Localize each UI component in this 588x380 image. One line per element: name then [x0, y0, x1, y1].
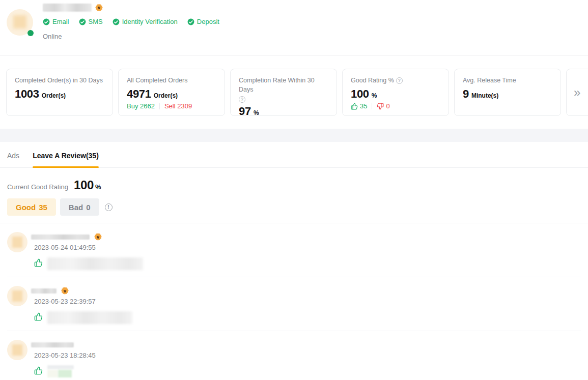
- badge-deposit: Deposit: [187, 18, 219, 25]
- bad-filter-count: 0: [86, 203, 90, 212]
- badge-label: Identity Verification: [122, 18, 178, 25]
- stat-value: 4971: [127, 87, 151, 101]
- review-item: v 2023-05-23 22:39:57: [7, 277, 581, 331]
- tab-leave-a-review[interactable]: Leave A Review(35): [33, 142, 99, 167]
- review-timestamp: 2023-05-24 01:49:55: [34, 244, 143, 251]
- badge-sms: SMS: [79, 18, 103, 25]
- stat-card-good-rating: Good Rating % ? 100 % 35 0: [342, 69, 449, 116]
- thumbs-up-icon: [34, 258, 43, 267]
- badge-identity-verification: Identity Verification: [113, 18, 178, 25]
- stat-label: Good Rating %: [351, 76, 394, 85]
- badge-label: Deposit: [197, 18, 219, 25]
- current-rating-value: 100: [74, 178, 94, 192]
- username-redacted: [43, 4, 92, 12]
- check-circle-icon: [43, 18, 50, 25]
- profile-header: v Email SMS Identity Verification Depos: [0, 0, 588, 56]
- review-item: 2023-05-23 18:28:45: [7, 331, 581, 380]
- stat-card-completion-rate: Completion Rate Within 30 Days ? 97 %: [230, 69, 337, 116]
- stat-card-completed-30d: Completed Order(s) in 30 Days 1003 Order…: [6, 69, 113, 116]
- stat-value: 100: [351, 87, 369, 101]
- verified-badge-icon: v: [61, 287, 69, 295]
- good-filter-count: 35: [39, 203, 47, 212]
- badge-label: SMS: [89, 18, 103, 25]
- stat-card-avg-release-time: Avg. Release Time 9 Minute(s): [454, 69, 561, 116]
- current-rating-line: Current Good Rating 100 %: [0, 168, 588, 192]
- stat-label: Completed Order(s) in 30 Days: [15, 76, 103, 85]
- verified-badge-icon: v: [95, 4, 103, 12]
- review-text-redacted: [47, 365, 74, 377]
- avatar: [7, 9, 33, 36]
- tab-ads[interactable]: Ads: [7, 142, 19, 167]
- review-filter-row: Good 35 Bad 0 !: [0, 192, 588, 216]
- stat-card-all-completed: All Completed Orders 4971 Order(s) Buy 2…: [118, 69, 225, 116]
- expand-stats-button[interactable]: »: [566, 69, 588, 116]
- review-timestamp: 2023-05-23 22:39:57: [34, 298, 132, 305]
- badge-label: Email: [52, 18, 69, 25]
- verified-badge-icon: v: [94, 233, 102, 241]
- divider: [372, 103, 372, 109]
- bad-filter-button[interactable]: Bad 0: [60, 198, 99, 216]
- review-text-redacted: [47, 311, 132, 324]
- thumbs-down-count: 0: [386, 102, 389, 110]
- stat-value: 9: [463, 87, 469, 101]
- thumbs-up-count: 35: [360, 102, 367, 110]
- bad-filter-label: Bad: [69, 203, 83, 212]
- avatar: [7, 340, 27, 360]
- username-redacted: [31, 288, 57, 294]
- buy-count: Buy 2662: [127, 102, 155, 110]
- current-rating-unit: %: [95, 183, 101, 191]
- review-item: v 2023-05-24 01:49:55: [7, 223, 581, 277]
- check-circle-icon: [113, 18, 120, 25]
- online-status-dot: [27, 30, 34, 36]
- avatar: [7, 232, 27, 252]
- check-circle-icon: [187, 18, 194, 25]
- stat-unit: %: [254, 109, 259, 116]
- stats-cards-row: Completed Order(s) in 30 Days 1003 Order…: [0, 56, 588, 129]
- current-rating-label: Current Good Rating: [7, 183, 68, 191]
- thumbs-up-icon: [351, 103, 358, 110]
- tab-bar: Ads Leave A Review(35): [0, 142, 588, 168]
- thumbs-up-icon: [34, 312, 43, 321]
- double-chevron-right-icon: »: [574, 86, 579, 99]
- good-filter-button[interactable]: Good 35: [7, 198, 56, 216]
- sell-count: Sell 2309: [164, 102, 192, 110]
- verification-badges: Email SMS Identity Verification Deposit: [43, 18, 219, 25]
- username-redacted: [31, 235, 90, 240]
- divider: [159, 103, 160, 109]
- username-redacted: [31, 342, 74, 347]
- thumbs-up-icon: [34, 366, 43, 375]
- help-icon[interactable]: ?: [396, 77, 403, 84]
- stat-label: Completion Rate Within 30 Days: [239, 76, 323, 94]
- review-timestamp: 2023-05-23 18:28:45: [34, 352, 96, 359]
- help-icon[interactable]: ?: [239, 96, 245, 103]
- stat-unit: %: [372, 92, 377, 99]
- review-list: v 2023-05-24 01:49:55 v 2023-05-23 22:39…: [0, 223, 588, 380]
- stat-unit: Minute(s): [471, 92, 498, 99]
- stat-unit: Order(s): [154, 92, 178, 99]
- online-status-label: Online: [43, 33, 219, 40]
- stat-value: 97: [239, 105, 251, 118]
- username-row: v: [43, 3, 219, 12]
- badge-email: Email: [43, 18, 69, 25]
- stat-label: Avg. Release Time: [463, 76, 516, 85]
- merchant-profile-page: v Email SMS Identity Verification Depos: [0, 0, 588, 380]
- section-divider-band: [0, 129, 588, 142]
- check-circle-icon: [79, 18, 86, 25]
- profile-info: v Email SMS Identity Verification Depos: [43, 0, 219, 55]
- good-filter-label: Good: [16, 203, 36, 212]
- stat-value: 1003: [15, 87, 39, 101]
- info-icon[interactable]: !: [105, 203, 113, 211]
- review-text-redacted: [47, 257, 143, 270]
- thumbs-down-icon: [377, 103, 384, 110]
- stat-unit: Order(s): [42, 92, 66, 99]
- avatar: [7, 286, 27, 306]
- stat-label: All Completed Orders: [127, 76, 188, 85]
